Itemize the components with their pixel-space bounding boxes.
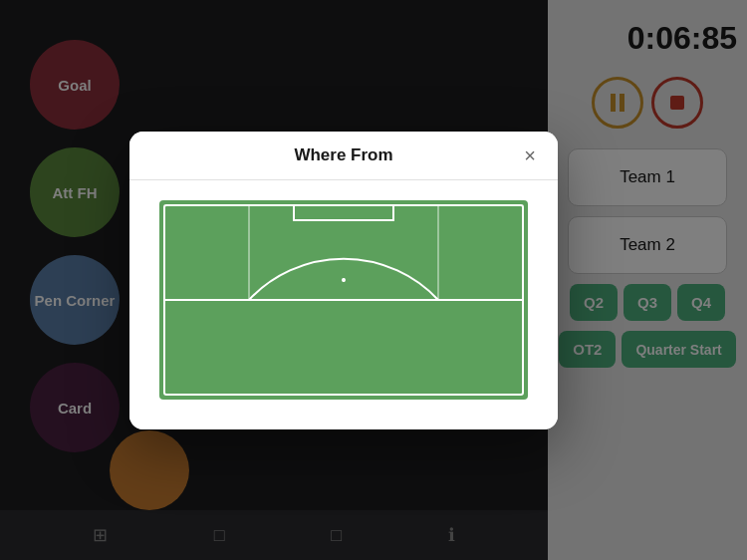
modal-title: Where From <box>294 145 392 165</box>
where-from-modal: Where From × <box>129 132 558 429</box>
modal-overlay: Where From × <box>0 0 747 560</box>
modal-header: Where From × <box>129 132 558 180</box>
svg-rect-3 <box>294 205 393 220</box>
field-container <box>159 200 528 400</box>
hockey-field[interactable] <box>159 200 528 400</box>
modal-body <box>129 180 558 429</box>
modal-close-button[interactable]: × <box>518 143 542 167</box>
